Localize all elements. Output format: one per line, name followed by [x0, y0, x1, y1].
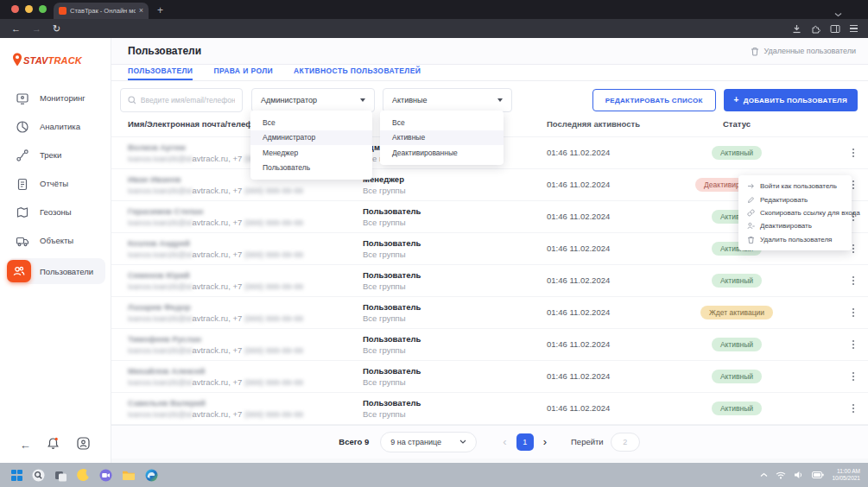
edit-list-button[interactable]: РЕДАКТИРОВАТЬ СПИСОК	[592, 89, 716, 111]
user-name: Козлов Андрей	[128, 238, 363, 248]
table-row: Михайлов Алексей ivanov.ivan26@stavtrack…	[111, 361, 868, 393]
deactivate-user-icon	[747, 222, 755, 230]
goto-page-input[interactable]: 2	[611, 433, 640, 452]
sidebar-item-objects[interactable]: Объекты	[0, 226, 111, 255]
forward-button[interactable]: →	[32, 24, 41, 34]
user-role: Пользователь	[363, 270, 547, 280]
user-role: Пользователь	[363, 206, 547, 216]
per-page-select[interactable]: 9 на странице	[380, 432, 477, 452]
collapse-sidebar-icon[interactable]: ←	[20, 439, 31, 452]
sidebar-item-monitoring[interactable]: Мониторинг	[0, 84, 111, 112]
sidebar-item-tracks[interactable]: Треки	[0, 141, 111, 169]
last-activity: 01:46 11.02.2024	[547, 403, 694, 413]
user-groups: Все группы	[363, 218, 547, 227]
deleted-users-link[interactable]: Удаленные пользователи	[751, 47, 856, 56]
goto-page-label: Перейти	[571, 437, 604, 446]
last-activity: 01:46 11.02.2024	[547, 180, 694, 189]
search-input[interactable]	[141, 96, 235, 104]
last-activity: 01:46 11.02.2024	[547, 244, 694, 253]
current-page-button[interactable]: 1	[516, 433, 534, 451]
search-field[interactable]	[120, 88, 243, 112]
tab-users[interactable]: ПОЛЬЗОВАТЕЛИ	[128, 66, 193, 80]
task-view-icon[interactable]	[54, 469, 67, 482]
teams-chat-icon[interactable]	[99, 469, 112, 482]
add-user-button[interactable]: +ДОБАВИТЬ ПОЛЬЗОВАТЕЛЯ	[724, 89, 858, 111]
tab-rights-roles[interactable]: ПРАВА И РОЛИ	[213, 66, 273, 80]
extensions-puzzle-icon[interactable]	[811, 24, 820, 34]
role-option-all[interactable]: Все	[250, 115, 372, 130]
row-menu-button[interactable]	[850, 402, 857, 415]
user-role: Пользователь	[363, 302, 547, 312]
row-menu-button[interactable]	[850, 338, 857, 351]
crescent-app-icon[interactable]	[77, 469, 90, 482]
menu-login-as-user[interactable]: Войти как пользователь	[738, 180, 852, 193]
chevron-down-icon	[360, 98, 365, 102]
taskbar-search-icon[interactable]	[32, 469, 45, 482]
role-filter-select[interactable]: Администратор	[251, 88, 375, 112]
user-role: Пользователь	[363, 398, 547, 408]
downloads-icon[interactable]	[792, 24, 801, 34]
prev-page-button[interactable]: ‹	[503, 436, 506, 447]
row-menu-button[interactable]	[850, 306, 857, 319]
status-option-deactivated[interactable]: Деактивированные	[380, 145, 504, 161]
user-groups: Все группы	[363, 281, 547, 291]
menu-edit[interactable]: Редактировать	[738, 193, 852, 206]
maximize-window-button[interactable]	[39, 5, 47, 13]
last-activity: 01:46 11.02.2024	[547, 307, 694, 317]
sidebar-nav: Мониторинг Аналитика Треки Отчёты Геозон…	[0, 84, 111, 284]
status-option-active[interactable]: Активные	[380, 130, 504, 146]
profile-icon[interactable]	[76, 436, 91, 454]
main-content: Пользователи Удаленные пользователи ПОЛЬ…	[111, 38, 868, 463]
close-tab-icon[interactable]: ×	[139, 7, 143, 15]
minimize-window-button[interactable]	[25, 5, 33, 13]
page-title: Пользователи	[128, 45, 201, 57]
user-groups: Все группы	[363, 345, 547, 355]
copy-link-icon	[747, 209, 755, 217]
role-option-admin[interactable]: Администратор	[250, 130, 372, 146]
tray-chevron-up-icon[interactable]	[760, 472, 768, 478]
sidebar-item-reports[interactable]: Отчёты	[0, 169, 111, 198]
role-option-user[interactable]: Пользователь	[250, 161, 372, 176]
sidebar-item-users[interactable]: Пользователи	[7, 258, 105, 284]
notifications-bell-icon[interactable]	[46, 436, 60, 454]
os-taskbar: 11:00 AM 10/05/2021	[0, 463, 868, 487]
next-page-button[interactable]: ›	[543, 436, 547, 447]
file-explorer-icon[interactable]	[122, 469, 136, 481]
user-role: Пользователь	[363, 238, 547, 248]
status-badge: Активный	[712, 274, 762, 288]
row-menu-button[interactable]	[850, 370, 857, 383]
status-badge: Активный	[712, 146, 762, 160]
row-menu-button[interactable]	[850, 274, 857, 288]
new-tab-button[interactable]: +	[157, 5, 163, 16]
status-option-all[interactable]: Все	[380, 115, 504, 130]
back-button[interactable]: ←	[11, 24, 21, 34]
sidebar-panel-icon[interactable]	[830, 24, 840, 34]
route-icon	[16, 149, 29, 162]
menu-copy-login-link[interactable]: Скопировать ссылку для входа	[738, 206, 852, 219]
menu-delete-user[interactable]: Удалить пользователя	[738, 233, 852, 246]
taskbar-clock[interactable]: 11:00 AM 10/05/2021	[832, 468, 860, 483]
table-row: Семенов Юрий ivanov.ivan26@stavtrack.ru,…	[111, 265, 868, 297]
sidebar-item-geozones[interactable]: Геозоны	[0, 198, 111, 226]
search-icon	[128, 96, 136, 104]
status-filter-select[interactable]: Активные	[383, 88, 512, 112]
sidebar: STAVTRACK Мониторинг Аналитика Треки От	[0, 38, 111, 463]
tab-user-activity[interactable]: АКТИВНОСТЬ ПОЛЬЗОВАТЕЛЕЙ	[294, 66, 421, 80]
sidebar-item-analytics[interactable]: Аналитика	[0, 112, 111, 141]
row-menu-button[interactable]	[850, 146, 857, 160]
edge-browser-icon[interactable]	[145, 469, 158, 482]
status-badge: Активный	[712, 338, 762, 351]
battery-icon[interactable]	[812, 471, 824, 478]
volume-icon[interactable]	[794, 471, 804, 479]
app-window: STAVTRACK Мониторинг Аналитика Треки От	[0, 38, 868, 463]
trash-icon	[751, 47, 759, 56]
reload-button[interactable]: ↻	[53, 24, 60, 34]
menu-deactivate[interactable]: Деактивировать	[738, 219, 852, 232]
role-option-manager[interactable]: Менеджер	[250, 145, 372, 161]
menu-hamburger-icon[interactable]	[850, 25, 858, 32]
wifi-icon[interactable]	[776, 471, 786, 479]
close-window-button[interactable]	[11, 5, 19, 13]
browser-tab[interactable]: СтавТрак - Онлайн мониторинг ×	[54, 3, 149, 19]
user-groups: Все группы	[363, 377, 547, 387]
start-menu-icon[interactable]	[11, 470, 22, 481]
